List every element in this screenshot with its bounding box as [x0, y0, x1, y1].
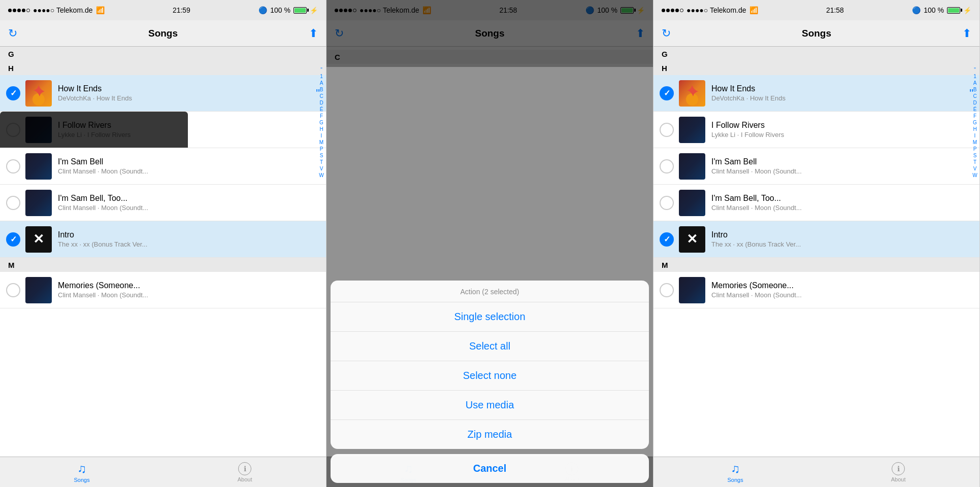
songs-label-right: Songs — [728, 477, 743, 483]
song-list-right: G H How It Ends DeVotchKa · How It Ends … — [654, 47, 979, 457]
tab-about-right[interactable]: ℹ About — [891, 462, 906, 482]
song-title-im-sam-bell-left: I'm Sam Bell — [58, 157, 320, 166]
about-label-left: About — [238, 476, 252, 482]
song-row-intro-right[interactable]: ✕ Intro The xx · xx (Bonus Track Ver... — [654, 221, 979, 258]
radio-how-it-ends-right[interactable] — [660, 86, 674, 100]
signal-dots-left — [8, 9, 30, 12]
signal-dot-3 — [17, 9, 21, 12]
song-list-left: G H How It Ends DeVotchKa · How It Ends … — [0, 47, 326, 457]
song-subtitle-im-sam-bell-right: Clint Mansell · Moon (Soundt... — [711, 167, 973, 175]
song-row-im-sam-bell-too-left[interactable]: I'm Sam Bell, Too... Clint Mansell · Moo… — [0, 185, 326, 221]
nav-bar-right: ↻ Songs ⬆ — [654, 20, 979, 47]
action-sheet-use-media[interactable]: Use media — [331, 391, 649, 420]
song-title-im-sam-bell-too-left: I'm Sam Bell, Too... — [58, 194, 320, 203]
signal-dot-1 — [8, 9, 12, 12]
tab-songs-left[interactable]: ♫ Songs — [74, 462, 90, 483]
album-art-i-follow-rivers-right — [679, 117, 705, 143]
section-m-right: M — [654, 258, 979, 272]
song-row-how-it-ends-right[interactable]: How It Ends DeVotchKa · How It Ends " — [654, 75, 979, 112]
radio-im-sam-bell-too-left[interactable] — [6, 196, 20, 210]
action-sheet-select-none[interactable]: Select none — [331, 361, 649, 391]
song-subtitle-intro-right: The xx · xx (Bonus Track Ver... — [711, 240, 973, 248]
action-sheet-title: Action (2 selected) — [331, 281, 649, 302]
song-row-intro-left[interactable]: ✕ Intro The xx · xx (Bonus Track Ver... — [0, 221, 326, 258]
song-title-i-follow-rivers-right: I Follow Rivers — [711, 121, 973, 130]
radio-how-it-ends-left[interactable] — [6, 86, 20, 100]
svg-point-1 — [686, 93, 698, 106]
radio-im-sam-bell-left[interactable] — [6, 159, 20, 173]
nav-title-right: Songs — [802, 28, 831, 39]
xx-logo-right: ✕ — [687, 231, 698, 247]
share-button-left[interactable]: ⬆ — [309, 27, 318, 40]
song-title-memories-right: Memories (Someone... — [711, 281, 973, 290]
action-sheet-zip-media[interactable]: Zip media — [331, 420, 649, 449]
tab-about-left[interactable]: ℹ About — [238, 462, 252, 482]
song-row-memories-right[interactable]: Memories (Someone... Clint Mansell · Moo… — [654, 272, 979, 308]
song-row-im-sam-bell-left[interactable]: I'm Sam Bell Clint Mansell · Moon (Sound… — [0, 148, 326, 185]
song-info-how-it-ends-right: How It Ends DeVotchKa · How It Ends — [711, 84, 967, 102]
section-h-left: H — [0, 61, 326, 75]
song-title-memories-left: Memories (Someone... — [58, 281, 320, 290]
song-subtitle-how-it-ends-left: DeVotchKa · How It Ends — [58, 94, 314, 102]
time-left: 21:59 — [173, 6, 190, 14]
song-subtitle-how-it-ends-right: DeVotchKa · How It Ends — [711, 94, 967, 102]
status-bar-left: ●●●●○ Telekom.de 📶 21:59 🔵 100 % ⚡ — [0, 0, 326, 20]
section-g-right: G — [654, 47, 979, 61]
song-info-intro-right: Intro The xx · xx (Bonus Track Ver... — [711, 230, 973, 248]
bluetooth-icon-left: 🔵 — [258, 6, 267, 14]
svg-point-0 — [32, 93, 45, 106]
radio-memories-right[interactable] — [660, 283, 674, 297]
song-info-i-follow-rivers-right: I Follow Rivers Lykke Li · I Follow Rive… — [711, 121, 973, 138]
about-icon-right: ℹ — [892, 462, 905, 475]
album-art-im-sam-bell-left — [25, 153, 52, 180]
radio-i-follow-rivers-right[interactable] — [660, 123, 674, 137]
song-title-how-it-ends-right: How It Ends — [711, 84, 967, 93]
song-row-i-follow-rivers-left[interactable]: I Follow Rivers Lykke Li · I Follow Rive… — [0, 112, 326, 148]
radio-intro-right[interactable] — [660, 232, 674, 247]
song-subtitle-i-follow-rivers-right: Lykke Li · I Follow Rivers — [711, 131, 973, 138]
radio-im-sam-bell-right[interactable] — [660, 159, 674, 173]
song-subtitle-memories-right: Clint Mansell · Moon (Soundt... — [711, 291, 973, 299]
album-art-im-sam-bell-right — [679, 153, 705, 180]
refresh-button-left[interactable]: ↻ — [8, 27, 17, 40]
song-row-i-follow-rivers-right[interactable]: I Follow Rivers Lykke Li · I Follow Rive… — [654, 112, 979, 148]
song-row-memories-left[interactable]: Memories (Someone... Clint Mansell · Moo… — [0, 272, 326, 308]
section-g-left: G — [0, 47, 326, 61]
index-bar-left[interactable]: " 1 A B C D É F G H I M P S T V W — [317, 47, 326, 457]
refresh-button-right[interactable]: ↻ — [662, 27, 671, 40]
action-sheet: Action (2 selected) Single selection Sel… — [331, 281, 649, 449]
share-button-right[interactable]: ⬆ — [962, 27, 971, 40]
about-icon-left: ℹ — [238, 462, 251, 475]
album-art-intro-left: ✕ — [25, 226, 52, 253]
song-row-im-sam-bell-right[interactable]: I'm Sam Bell Clint Mansell · Moon (Sound… — [654, 148, 979, 185]
album-art-im-sam-bell-too-left — [25, 190, 52, 216]
song-info-memories-left: Memories (Someone... Clint Mansell · Moo… — [58, 281, 320, 299]
action-sheet-cancel-button[interactable]: Cancel — [331, 454, 649, 483]
song-row-how-it-ends-left[interactable]: How It Ends DeVotchKa · How It Ends " — [0, 75, 326, 112]
song-subtitle-intro-left: The xx · xx (Bonus Track Ver... — [58, 240, 320, 248]
action-sheet-select-all[interactable]: Select all — [331, 332, 649, 361]
song-info-im-sam-bell-too-right: I'm Sam Bell, Too... Clint Mansell · Moo… — [711, 194, 973, 212]
loading-overlay-left: Zipping files — [0, 112, 188, 148]
battery-pct-left: 100 % — [270, 6, 290, 14]
song-title-im-sam-bell-too-right: I'm Sam Bell, Too... — [711, 194, 973, 203]
song-info-how-it-ends-left: How It Ends DeVotchKa · How It Ends — [58, 84, 314, 102]
radio-im-sam-bell-too-right[interactable] — [660, 196, 674, 210]
song-subtitle-im-sam-bell-too-right: Clint Mansell · Moon (Soundt... — [711, 204, 973, 212]
song-info-im-sam-bell-left: I'm Sam Bell Clint Mansell · Moon (Sound… — [58, 157, 320, 175]
left-panel: ●●●●○ Telekom.de 📶 21:59 🔵 100 % ⚡ ↻ Son… — [0, 0, 326, 487]
song-title-intro-left: Intro — [58, 230, 320, 239]
battery-icon-left — [293, 7, 307, 14]
status-bar-left-info: ●●●●○ Telekom.de 📶 — [8, 6, 105, 14]
radio-intro-left[interactable] — [6, 232, 20, 247]
tab-bar-left: ♫ Songs ℹ About — [0, 457, 326, 487]
song-title-intro-right: Intro — [711, 230, 973, 239]
signal-dot-4 — [22, 9, 25, 12]
index-bar-right[interactable]: " 1 A B C D É F G H I M P S T V W — [970, 47, 979, 457]
song-row-im-sam-bell-too-right[interactable]: I'm Sam Bell, Too... Clint Mansell · Moo… — [654, 185, 979, 221]
signal-dot-2 — [13, 9, 16, 12]
tab-songs-right[interactable]: ♫ Songs — [728, 462, 743, 483]
song-info-memories-right: Memories (Someone... Clint Mansell · Moo… — [711, 281, 973, 299]
radio-memories-left[interactable] — [6, 283, 20, 297]
action-sheet-single-selection[interactable]: Single selection — [331, 302, 649, 332]
